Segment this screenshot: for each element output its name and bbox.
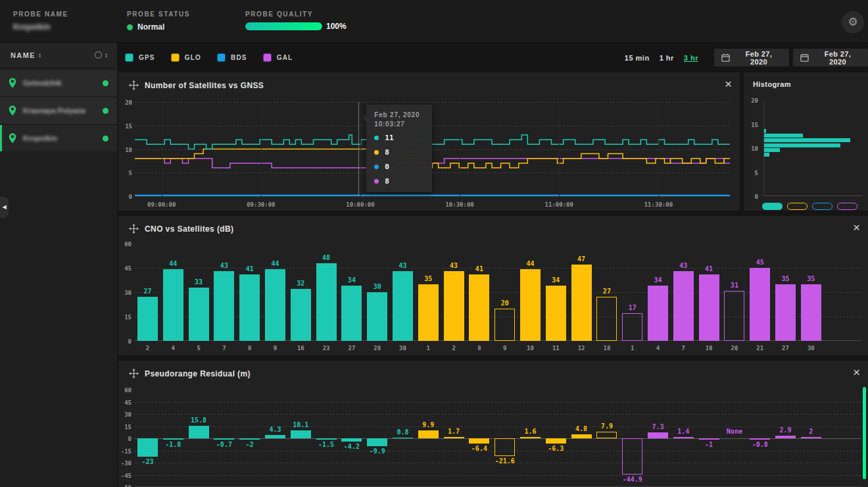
probe-list-sidebar: NAME ▲▼ ▲▼ GelendzhikKrasnaya PolyanaKro… xyxy=(0,43,117,487)
histogram-bar xyxy=(764,129,766,133)
gridline xyxy=(135,126,730,126)
y-tick-label: 5 xyxy=(119,170,132,176)
settings-button[interactable]: ⚙ xyxy=(842,11,864,34)
move-icon[interactable] xyxy=(129,369,139,378)
bar-value-label: -6.3 xyxy=(542,445,569,452)
y-tick-label: 20 xyxy=(119,99,132,106)
date-from-picker[interactable]: Feb 27, 2020 xyxy=(714,49,789,66)
legend-item-gps[interactable]: GPS xyxy=(125,53,155,62)
y-tick-label: 60 xyxy=(118,241,132,247)
bar-value-label: -1 xyxy=(696,441,723,448)
chart-bar-gal xyxy=(801,284,821,341)
chart-bar-gps xyxy=(316,263,337,341)
x-tick-label: 1 xyxy=(622,345,642,351)
chart-bar-gal xyxy=(801,437,821,438)
probe-status-label: PROBE STATUS xyxy=(127,11,190,18)
sidebar-item-probe[interactable]: Krasnaya Polyana xyxy=(0,97,117,124)
chart-bar-glo xyxy=(418,284,439,341)
tooltip-value: 11 xyxy=(385,134,393,142)
cursor-line xyxy=(358,102,359,196)
close-chart-button[interactable]: × xyxy=(725,78,732,90)
chart-bar-gal xyxy=(724,291,744,341)
chart-bar-gps xyxy=(239,274,260,341)
y-tick-label: 5 xyxy=(745,170,758,176)
chart-bar-gps xyxy=(214,271,234,341)
x-tick-label: 2 xyxy=(444,345,464,351)
calendar-icon xyxy=(800,53,809,62)
chart-tooltip: Feb 27, 2020 10:03:27 11808 xyxy=(366,105,432,192)
chart-bar-glo xyxy=(494,309,515,341)
probe-list-header: NAME ▲▼ ▲▼ xyxy=(0,43,117,67)
scrollbar-thumb[interactable] xyxy=(863,387,866,479)
tooltip-row: 0 xyxy=(374,163,424,171)
main-content: GPSGLOBDSGAL 15 min1 hr3 hr Feb 27, 2020… xyxy=(117,43,868,487)
legend-item-gal[interactable]: GAL xyxy=(263,53,293,62)
chart-bar-gps xyxy=(239,438,260,440)
histogram-legend-pill-gps[interactable] xyxy=(762,203,783,210)
y-tick-label: 0 xyxy=(118,436,132,442)
status-sort-icon[interactable]: ▲▼ xyxy=(105,53,108,58)
x-tick-label: 8 xyxy=(239,345,260,351)
satellites-plot-area: Feb 27, 2020 10:03:27 11808 0510152009:0… xyxy=(135,102,730,196)
legend-item-glo[interactable]: GLO xyxy=(171,53,201,62)
chart-bar-glo xyxy=(520,269,541,341)
range-link-1-hr[interactable]: 1 hr xyxy=(660,54,674,62)
sidebar-collapse-handle[interactable]: ◀ xyxy=(0,197,9,218)
bar-value-label: 45 xyxy=(746,259,773,266)
chart-bar-gps xyxy=(291,430,311,438)
sidebar-item-probe[interactable]: Gelendzhik xyxy=(0,70,117,96)
probe-status-dot xyxy=(103,80,108,86)
legend-item-bds[interactable]: BDS xyxy=(217,53,247,62)
bar-value-label: 15.8 xyxy=(185,417,212,424)
location-pin-icon xyxy=(9,133,16,143)
close-chart-button[interactable]: × xyxy=(853,366,860,378)
x-tick-label: 9 xyxy=(265,345,285,351)
bar-value-label: None xyxy=(721,428,748,435)
x-tick-label: 12 xyxy=(571,345,592,351)
chart-bar-gps xyxy=(316,438,337,440)
name-sort-icon[interactable]: ▲▼ xyxy=(38,53,41,58)
y-tick-label: 20 xyxy=(745,97,758,104)
probe-name: Kropotkin xyxy=(23,134,57,142)
close-chart-button[interactable]: × xyxy=(853,221,860,234)
chart-bar-gal xyxy=(622,438,642,474)
range-link-3-hr[interactable]: 3 hr xyxy=(684,54,698,62)
gridline xyxy=(135,414,861,415)
sidebar-item-probe[interactable]: Kropotkin xyxy=(0,125,117,151)
time-range-selector: 15 min1 hr3 hr xyxy=(625,54,698,62)
location-pin-icon xyxy=(9,78,16,88)
bar-value-label: 35 xyxy=(772,275,799,282)
chart-bar-glo xyxy=(494,438,515,456)
x-tick-label: 4 xyxy=(648,345,668,351)
move-icon[interactable] xyxy=(129,224,139,234)
chart-bar-glo xyxy=(571,265,592,341)
move-icon[interactable] xyxy=(129,80,139,90)
x-tick-label: 7 xyxy=(214,345,234,351)
range-link-15-min[interactable]: 15 min xyxy=(625,54,650,62)
x-tick-label: 1 xyxy=(418,345,439,351)
date-to-picker[interactable]: Feb 27, 2020 xyxy=(793,49,868,66)
probe-name-value: Kropotkin xyxy=(13,22,68,32)
chart-bar-gal xyxy=(750,268,770,341)
chart-bar-gps xyxy=(393,271,413,341)
histogram-bar xyxy=(764,143,840,147)
bar-value-label: 1.6 xyxy=(517,428,544,435)
bar-value-label: 48 xyxy=(313,254,340,261)
x-tick-label: 09:30:00 xyxy=(241,201,281,208)
bar-value-label: 7.9 xyxy=(593,423,620,430)
histogram-legend-pill-glo[interactable] xyxy=(787,203,808,210)
calendar-icon xyxy=(721,53,730,62)
bar-value-label: 2 xyxy=(798,428,825,435)
controls-row: GPSGLOBDSGAL 15 min1 hr3 hr Feb 27, 2020… xyxy=(117,43,868,72)
histogram-legend-pill-gal[interactable] xyxy=(837,203,857,210)
bar-value-label: -44.9 xyxy=(619,476,646,483)
gridline xyxy=(135,402,861,403)
bar-value-label: -1.8 xyxy=(160,441,187,448)
bar-value-label: 31 xyxy=(721,282,748,289)
histogram-legend-pill-bds[interactable] xyxy=(812,203,832,210)
bar-value-label: 35 xyxy=(415,275,442,282)
probe-status-value: Normal xyxy=(137,22,164,32)
x-tick-label: 21 xyxy=(750,345,770,351)
bar-value-label: -0.8 xyxy=(746,441,773,448)
legend-swatch xyxy=(125,53,133,62)
